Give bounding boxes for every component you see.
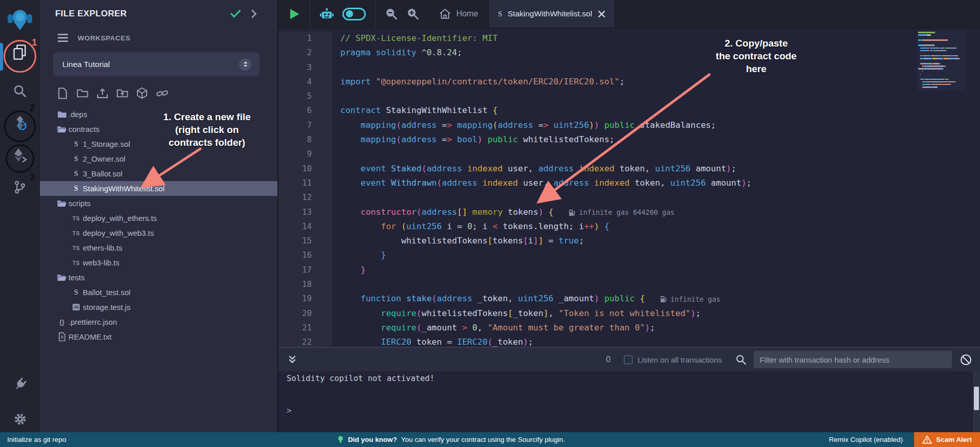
terminal-prompt[interactable]: > bbox=[287, 406, 980, 415]
code-line[interactable]: 2pragma solidity ^0.8.24; bbox=[278, 46, 980, 60]
tree-item-selected[interactable]: SStakingWithWhitelist.sol bbox=[40, 181, 277, 196]
tree-item[interactable]: SBallot_test.sol bbox=[40, 285, 277, 300]
line-number: 14 bbox=[278, 219, 332, 234]
code-line[interactable]: 6contract StakingWithWhitelist { bbox=[278, 103, 980, 118]
new-file-icon[interactable] bbox=[55, 86, 69, 100]
new-folder-icon[interactable] bbox=[75, 86, 89, 100]
tree-item[interactable]: S2_Owner.sol bbox=[40, 151, 277, 166]
upload-file-icon[interactable] bbox=[95, 86, 109, 100]
code-line-content: constructor(address[] memory tokens) {in… bbox=[332, 205, 674, 219]
tree-item[interactable]: S3_Ballot.sol bbox=[40, 166, 277, 181]
tree-item[interactable]: scripts bbox=[40, 196, 277, 211]
code-line[interactable]: 7 mapping(address => mapping(address => … bbox=[278, 118, 980, 132]
code-line[interactable]: 13 constructor(address[] memory tokens) … bbox=[278, 205, 980, 219]
code-line[interactable]: 16 } bbox=[278, 248, 980, 262]
tree-item[interactable]: TSethers-lib.ts bbox=[40, 240, 277, 255]
check-icon[interactable] bbox=[230, 10, 241, 18]
remix-ai-robot-icon[interactable] bbox=[319, 7, 334, 21]
tree-item[interactable]: S1_Storage.sol bbox=[40, 137, 277, 151]
code-line-content bbox=[332, 89, 340, 103]
tree-item[interactable]: README.txt bbox=[40, 329, 277, 344]
search-icon[interactable] bbox=[0, 84, 40, 98]
code-line-content: for (uint256 i = 0; i < tokens.length; i… bbox=[332, 219, 610, 234]
code-line[interactable]: 20 require(whitelistedTokens[_token], "T… bbox=[278, 306, 980, 321]
run-script-button[interactable] bbox=[288, 8, 300, 20]
deploy-run-icon[interactable] bbox=[0, 147, 40, 163]
code-line[interactable]: 22 IERC20 token = IERC20(_token); bbox=[278, 335, 980, 347]
git-init-button[interactable]: Initialize as git repo bbox=[0, 436, 74, 443]
solidity-compiler-icon[interactable] bbox=[0, 115, 40, 131]
tree-item[interactable]: TSdeploy_with_web3.ts bbox=[40, 226, 277, 240]
code-line[interactable]: 14 for (uint256 i = 0; i < tokens.length… bbox=[278, 219, 980, 234]
code-line[interactable]: 10 event Staked(address indexed user, ad… bbox=[278, 162, 980, 176]
code-line[interactable]: 1// SPDX-License-Identifier: MIT bbox=[278, 31, 980, 46]
tree-item[interactable]: contracts bbox=[40, 122, 277, 137]
tree-item[interactable]: tests bbox=[40, 270, 277, 285]
workspaces-menu-icon[interactable] bbox=[57, 33, 68, 42]
code-line[interactable]: 19 function stake(address _token, uint25… bbox=[278, 292, 980, 306]
code-line[interactable]: 11 event Withdrawn(address indexed user,… bbox=[278, 176, 980, 190]
line-number: 21 bbox=[278, 321, 332, 335]
remix-copilot-status[interactable]: Remix Copilot (enabled) bbox=[829, 436, 903, 443]
warning-icon bbox=[922, 435, 932, 444]
code-line[interactable]: 4import "@openzeppelin/contracts/token/E… bbox=[278, 75, 980, 89]
clear-console-icon[interactable] bbox=[960, 354, 972, 366]
scam-alert-button[interactable]: Scam Alert bbox=[914, 432, 980, 447]
transaction-count: 0 bbox=[606, 355, 611, 364]
code-line[interactable]: 15 whitelistedTokens[tokens[i]] = true; bbox=[278, 234, 980, 248]
tab-active-file[interactable]: S StakingWithWhitelist.sol bbox=[488, 0, 615, 28]
remix-logo[interactable] bbox=[0, 7, 40, 32]
line-number: 9 bbox=[278, 147, 332, 161]
zoom-in-icon[interactable] bbox=[406, 7, 419, 20]
scrollbar-thumb[interactable] bbox=[974, 387, 979, 410]
workspace-updown-icon[interactable] bbox=[239, 58, 251, 71]
line-number: 5 bbox=[278, 89, 332, 103]
editor-minimap[interactable] bbox=[917, 30, 966, 91]
code-editor[interactable]: 1// SPDX-License-Identifier: MIT2pragma … bbox=[278, 28, 980, 347]
close-tab-icon[interactable] bbox=[598, 10, 605, 18]
tip-bold-label: Did you know? bbox=[348, 436, 397, 443]
line-number: 4 bbox=[278, 75, 332, 89]
ai-copilot-toggle[interactable] bbox=[342, 8, 366, 20]
line-number: 12 bbox=[278, 190, 332, 205]
workspace-selector[interactable]: Linea Tutorial bbox=[53, 52, 260, 76]
code-line[interactable]: 8 mapping(address => bool) public whitel… bbox=[278, 132, 980, 147]
code-line-content: whitelistedTokens[tokens[i]] = true; bbox=[332, 234, 584, 248]
terminal-expand-icon[interactable] bbox=[286, 353, 299, 366]
folder-open-icon bbox=[55, 125, 68, 133]
tree-item[interactable]: .deps bbox=[40, 107, 277, 122]
upload-folder-icon[interactable] bbox=[115, 86, 129, 100]
zoom-out-icon[interactable] bbox=[385, 7, 398, 20]
tree-item[interactable]: {}.prettierrc.json bbox=[40, 315, 277, 329]
file-explorer-icon[interactable] bbox=[0, 44, 40, 60]
tree-item[interactable]: TSweb3-lib.ts bbox=[40, 255, 277, 270]
code-line-content: mapping(address => bool) public whitelis… bbox=[332, 132, 615, 147]
link-icon[interactable] bbox=[155, 86, 169, 100]
listen-all-transactions-checkbox[interactable] bbox=[624, 355, 633, 364]
tree-item[interactable]: TSdeploy_with_ethers.ts bbox=[40, 211, 277, 226]
git-icon[interactable] bbox=[0, 180, 40, 194]
code-line[interactable]: 9 bbox=[278, 147, 980, 161]
tab-home[interactable]: Home bbox=[429, 0, 488, 28]
plugin-manager-icon[interactable] bbox=[0, 377, 40, 391]
code-line[interactable]: 21 require(_amount > 0, "Amount must be … bbox=[278, 321, 980, 335]
code-line[interactable]: 17 } bbox=[278, 263, 980, 277]
line-number: 20 bbox=[278, 306, 332, 321]
scam-alert-label: Scam Alert bbox=[936, 436, 972, 443]
tree-item[interactable]: JSstorage.test.js bbox=[40, 300, 277, 315]
code-line[interactable]: 12 bbox=[278, 190, 980, 205]
code-line-content: // SPDX-License-Identifier: MIT bbox=[332, 31, 498, 46]
code-line[interactable]: 5 bbox=[278, 89, 980, 103]
transaction-filter-input[interactable] bbox=[754, 351, 952, 368]
chevron-right-icon[interactable] bbox=[251, 9, 257, 18]
code-line[interactable]: 3 bbox=[278, 60, 980, 75]
tree-item-label: deploy_with_ethers.ts bbox=[83, 214, 157, 222]
cube-icon[interactable] bbox=[135, 86, 149, 100]
terminal-scrollbar[interactable] bbox=[973, 371, 980, 432]
terminal-output[interactable]: Solidity copilot not activated! > bbox=[278, 371, 980, 432]
terminal-search-icon[interactable] bbox=[735, 354, 746, 365]
line-number: 11 bbox=[278, 176, 332, 190]
code-line[interactable]: 18 bbox=[278, 277, 980, 292]
code-line-content: function stake(address _token, uint256 _… bbox=[332, 292, 720, 306]
settings-icon[interactable] bbox=[0, 412, 40, 426]
